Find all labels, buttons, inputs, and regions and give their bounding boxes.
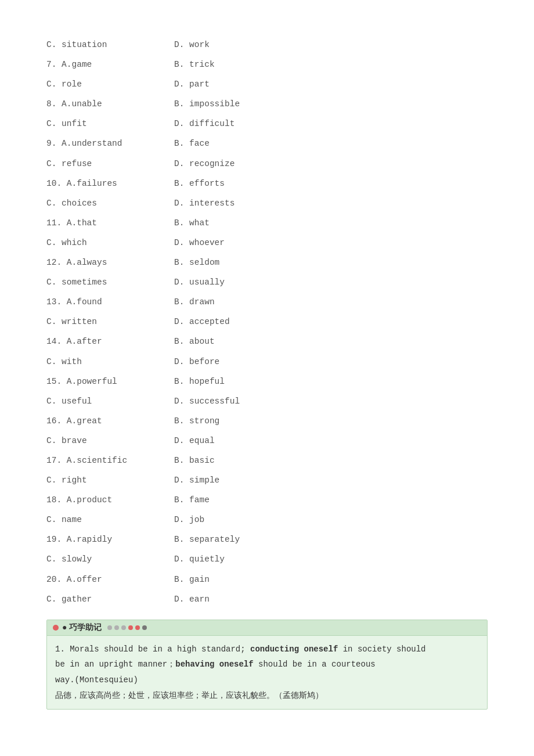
question-row: 11. A.thatB. what (46, 213, 488, 233)
option-b: B. separately (174, 532, 302, 547)
option-b: D. usually (174, 275, 302, 290)
tip-text-2b: behaving oneself (175, 660, 253, 669)
option-a: C. name (46, 512, 174, 527)
tip-body: 1. Morals should be in a high standard; … (47, 636, 487, 709)
option-a: C. brave (46, 433, 174, 448)
option-a: 7. A.game (46, 57, 174, 72)
question-row: C. usefulD. successful (46, 391, 488, 411)
option-b: D. successful (174, 394, 302, 409)
option-a: C. useful (46, 394, 174, 409)
option-b: D. job (174, 512, 302, 527)
option-a: C. right (46, 473, 174, 488)
option-a: C. which (46, 235, 174, 250)
question-row: C. unfitD. difficult (46, 114, 488, 134)
option-a: C. choices (46, 196, 174, 211)
option-b: B. about (174, 334, 302, 349)
question-row: C. whichD. whoever (46, 233, 488, 253)
option-b: D. interests (174, 196, 302, 211)
question-row: 7. A.gameB. trick (46, 55, 488, 74)
option-a: C. sometimes (46, 275, 174, 290)
option-a: 18. A.product (46, 492, 174, 507)
option-a: C. written (46, 314, 174, 329)
question-row: C. writtenD. accepted (46, 312, 488, 332)
question-row: 15. A.powerfulB. hopeful (46, 372, 488, 391)
tip-dot-red (53, 625, 59, 631)
question-row: 9. A.understandB. face (46, 134, 488, 153)
question-row: 17. A.scientificB. basic (46, 451, 488, 470)
question-row: 10. A.failuresB. efforts (46, 174, 488, 193)
option-a: C. gather (46, 592, 174, 607)
option-a: 17. A.scientific (46, 453, 174, 468)
tip-text-2c: should be in a courteous (254, 660, 376, 669)
option-b: D. part (174, 77, 302, 92)
dot3 (121, 625, 126, 630)
tip-title: ● 巧学助记 (62, 622, 102, 633)
tip-line3: way.(Montesquieu) (55, 672, 479, 688)
tip-line1: 1. Morals should be in a high standard; … (55, 642, 479, 657)
question-row: 12. A.alwaysB. seldom (46, 253, 488, 272)
tip-section: ● 巧学助记 1. Morals should be in a high sta… (46, 620, 488, 710)
question-row: 20. A.offerB. gain (46, 570, 488, 589)
question-row: C. sometimesD. usually (46, 272, 488, 292)
option-b: B. basic (174, 453, 302, 468)
option-b: D. recognize (174, 156, 302, 171)
option-b: D. accepted (174, 314, 302, 329)
option-b: B. hopeful (174, 374, 302, 389)
question-row: C. braveD. equal (46, 431, 488, 451)
question-row: 19. A.rapidlyB. separately (46, 530, 488, 549)
dot6 (142, 625, 147, 630)
option-a: 15. A.powerful (46, 374, 174, 389)
option-b: B. what (174, 215, 302, 231)
option-b: B. impossible (174, 96, 302, 111)
option-a: 9. A.understand (46, 136, 174, 151)
option-b: D. work (174, 37, 302, 52)
option-b: B. gain (174, 572, 302, 587)
option-a: C. role (46, 77, 174, 92)
question-row: C. withD. before (46, 352, 488, 372)
question-row: 18. A.productB. fame (46, 490, 488, 510)
option-b: D. earn (174, 592, 302, 607)
dot5 (135, 625, 140, 630)
option-a: 10. A.failures (46, 176, 174, 191)
option-a: C. refuse (46, 156, 174, 171)
option-b: B. efforts (174, 176, 302, 191)
option-b: B. strong (174, 413, 302, 429)
tip-header: ● 巧学助记 (47, 620, 487, 636)
option-b: B. trick (174, 57, 302, 72)
question-row: 16. A.greatB. strong (46, 411, 488, 431)
option-b: D. difficult (174, 116, 302, 131)
option-a: 20. A.offer (46, 572, 174, 587)
question-row: 13. A.foundB. drawn (46, 292, 488, 312)
tip-text-2a: be in an upright manner； (55, 660, 175, 669)
option-a: 11. A.that (46, 215, 174, 231)
tip-text-1c: in society should (338, 645, 425, 654)
question-list: C. situationD. work7. A.gameB. trickC. r… (46, 35, 488, 609)
question-row: 8. A.unableB. impossible (46, 94, 488, 114)
question-row: C. slowlyD. quietly (46, 549, 488, 569)
option-b: B. drawn (174, 294, 302, 309)
tip-text-1b: conducting oneself (250, 645, 338, 654)
question-row: C. roleD. part (46, 74, 488, 94)
option-a: C. unfit (46, 116, 174, 131)
option-b: D. before (174, 354, 302, 369)
option-a: 8. A.unable (46, 96, 174, 111)
question-row: 14. A.afterB. about (46, 332, 488, 351)
option-b: B. seldom (174, 255, 302, 270)
option-a: 14. A.after (46, 334, 174, 349)
option-a: C. slowly (46, 552, 174, 567)
question-row: C. choicesD. interests (46, 193, 488, 213)
option-b: D. quietly (174, 552, 302, 567)
option-a: 13. A.found (46, 294, 174, 309)
question-row: C. refuseD. recognize (46, 154, 488, 174)
option-b: D. equal (174, 433, 302, 448)
tip-line2: be in an upright manner；behaving oneself… (55, 657, 479, 672)
option-a: 12. A.always (46, 255, 174, 270)
option-b: D. whoever (174, 235, 302, 250)
tip-text-1a: 1. Morals should be in a high standard; (55, 645, 250, 654)
dot2 (114, 625, 119, 630)
option-a: C. with (46, 354, 174, 369)
question-row: C. gatherD. earn (46, 589, 488, 609)
dot1 (107, 625, 112, 630)
question-row: C. situationD. work (46, 35, 488, 55)
tip-dots (107, 625, 147, 630)
